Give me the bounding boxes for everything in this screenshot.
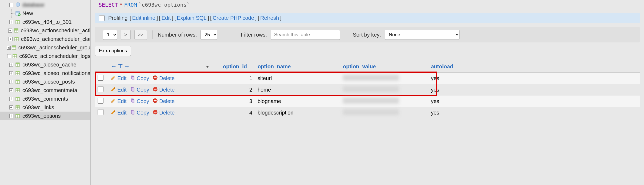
edit-row-link[interactable]: Edit xyxy=(111,75,126,81)
row-checkbox[interactable] xyxy=(98,98,103,104)
tree-table-item[interactable]: +c693wc_aioseo_cache xyxy=(0,60,90,69)
tree-table-label: c693wc_commentmeta xyxy=(22,87,77,93)
row-checkbox[interactable] xyxy=(98,86,103,92)
create-php-link[interactable]: Create PHP code xyxy=(213,15,254,21)
svg-rect-41 xyxy=(16,97,19,98)
tree-root[interactable]: − database xyxy=(0,1,90,9)
divider xyxy=(152,30,153,39)
delete-row-link[interactable]: Delete xyxy=(153,87,175,93)
tree-table-item[interactable]: +c693wc_commentmeta xyxy=(0,86,90,95)
table-icon xyxy=(15,104,21,110)
expand-icon[interactable]: + xyxy=(7,114,15,118)
num-rows-select[interactable]: 25 xyxy=(201,30,217,40)
expand-icon[interactable]: + xyxy=(7,20,15,24)
explain-sql-link[interactable]: Explain SQL xyxy=(177,15,206,21)
pencil-icon xyxy=(111,75,116,81)
expand-icon[interactable]: + xyxy=(7,80,15,84)
tree-table-item[interactable]: +c693wc_aioseo_posts xyxy=(0,77,90,86)
svg-rect-53 xyxy=(132,77,134,80)
expand-icon[interactable]: + xyxy=(6,46,11,50)
copy-row-link[interactable]: Copy xyxy=(130,98,149,104)
table-row: EditCopyDelete1siteurlyes xyxy=(95,72,640,84)
tree-table-label: c693wc_options xyxy=(22,113,61,119)
svg-rect-37 xyxy=(16,88,19,89)
copy-row-link[interactable]: Copy xyxy=(130,110,149,116)
column-move-icon[interactable]: ←⊤→ xyxy=(111,63,131,70)
copy-icon xyxy=(130,75,135,81)
refresh-link[interactable]: Refresh xyxy=(260,15,279,21)
page-select[interactable]: 1 xyxy=(103,30,117,40)
edit-inline-link[interactable]: Edit inline xyxy=(132,15,155,21)
tree-table-item[interactable]: +c693wc_options xyxy=(0,112,90,120)
expand-icon[interactable]: + xyxy=(7,97,15,101)
table-row: EditCopyDelete2homeyes xyxy=(95,84,640,96)
sql-keyword-select: SELECT xyxy=(99,2,118,8)
edit-row-link[interactable]: Edit xyxy=(111,110,126,116)
extra-options-button[interactable]: Extra options xyxy=(95,46,131,56)
delete-row-link[interactable]: Delete xyxy=(153,110,175,116)
copy-row-link[interactable]: Copy xyxy=(130,87,149,93)
col-option-name[interactable]: option_name xyxy=(255,61,340,72)
row-checkbox[interactable] xyxy=(98,109,103,115)
tree-table-label: c693wc_actionscheduler_grou xyxy=(18,45,90,51)
tree-table-item[interactable]: +c693wc_404_to_301 xyxy=(0,18,90,26)
tree-table-item[interactable]: +c693wc_aioseo_notifications xyxy=(0,69,90,77)
tree-table-item[interactable]: +c693wc_links xyxy=(0,103,90,112)
tree-root-label: database xyxy=(22,2,44,8)
tree-new[interactable]: New xyxy=(0,9,90,18)
table-icon xyxy=(15,113,21,119)
pencil-icon xyxy=(111,98,116,104)
svg-rect-33 xyxy=(16,80,19,81)
svg-rect-45 xyxy=(16,105,19,107)
col-autoload[interactable]: autoload xyxy=(428,61,640,72)
collapse-icon[interactable]: − xyxy=(7,3,15,7)
next-page-button[interactable]: > xyxy=(121,30,131,40)
copy-icon xyxy=(130,87,135,93)
cell-option-id: 3 xyxy=(220,96,255,107)
copy-row-link[interactable]: Copy xyxy=(130,75,149,81)
new-table-icon xyxy=(15,10,21,16)
last-page-button[interactable]: >> xyxy=(134,30,147,40)
num-rows-label: Number of rows: xyxy=(158,32,197,38)
profiling-checkbox[interactable] xyxy=(99,15,105,21)
expand-icon[interactable]: + xyxy=(7,29,14,33)
expand-icon[interactable]: + xyxy=(7,105,15,109)
edit-link[interactable]: Edit xyxy=(162,15,171,21)
expand-icon[interactable]: + xyxy=(7,71,15,75)
tree-table-item[interactable]: +c693wc_comments xyxy=(0,95,90,103)
row-checkbox[interactable] xyxy=(98,75,103,81)
tree-table-label: c693wc_aioseo_cache xyxy=(22,62,76,68)
table-icon xyxy=(15,62,21,68)
svg-rect-59 xyxy=(154,89,157,90)
tree-table-item[interactable]: +c693wc_actionscheduler_acti xyxy=(0,26,90,35)
pencil-icon xyxy=(111,110,116,116)
sort-indicator-icon[interactable] xyxy=(202,61,220,72)
edit-row-link[interactable]: Edit xyxy=(111,98,126,104)
svg-rect-25 xyxy=(16,63,19,64)
delete-row-link[interactable]: Delete xyxy=(153,98,175,104)
tree-table-item[interactable]: +c693wc_actionscheduler_clai xyxy=(0,35,90,43)
expand-icon[interactable]: + xyxy=(7,37,14,41)
col-option-id[interactable]: option_id xyxy=(220,61,255,72)
tree-table-item[interactable]: +c693wc_actionscheduler_logs xyxy=(0,52,90,60)
expand-icon[interactable]: + xyxy=(7,88,15,92)
copy-icon xyxy=(130,110,135,116)
svg-rect-65 xyxy=(132,111,134,114)
edit-row-link[interactable]: Edit xyxy=(111,87,126,93)
sort-select[interactable]: None xyxy=(385,30,459,40)
delete-row-link[interactable]: Delete xyxy=(153,75,175,81)
expand-icon[interactable]: + xyxy=(7,63,15,67)
table-icon xyxy=(14,27,19,33)
sql-query: SELECT * FROM `c693wc_options` xyxy=(93,0,641,12)
expand-icon[interactable]: + xyxy=(6,54,12,58)
filter-input[interactable] xyxy=(271,30,340,40)
tree-table-item[interactable]: +c693wc_actionscheduler_grou xyxy=(0,43,90,52)
cell-option-id: 1 xyxy=(220,72,255,84)
svg-rect-55 xyxy=(154,77,157,78)
sql-star: * xyxy=(119,2,123,8)
table-icon xyxy=(15,19,21,25)
table-row: EditCopyDelete3blognameyes xyxy=(95,96,640,107)
cell-option-id: 4 xyxy=(220,107,255,119)
tree-table-label: c693wc_aioseo_posts xyxy=(22,79,75,85)
col-option-value[interactable]: option_value xyxy=(340,61,428,72)
